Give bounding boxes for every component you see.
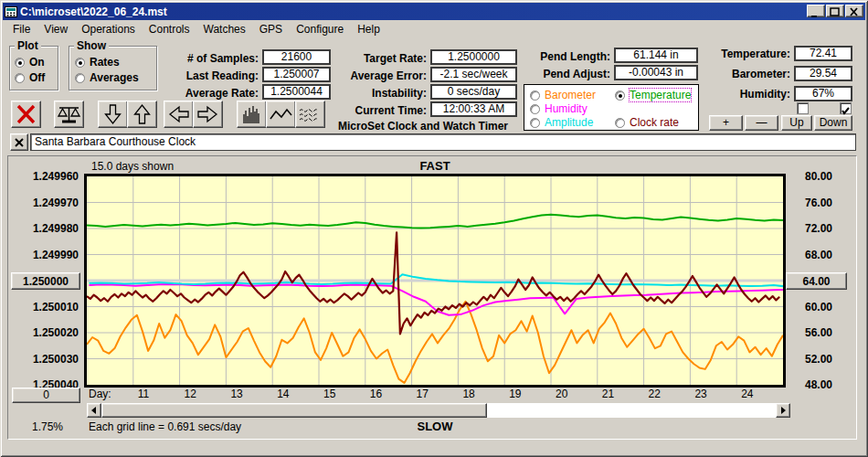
radio-label: Temperature xyxy=(630,89,691,101)
plot-canvas xyxy=(87,176,783,385)
day-tick: 19 xyxy=(509,388,521,400)
day-tick: 22 xyxy=(649,388,661,400)
target-rate-label: Target Rate: xyxy=(347,52,427,65)
wavy-lines-button[interactable] xyxy=(295,101,325,128)
checkbox-left[interactable] xyxy=(797,102,809,114)
right-axis-label: 60.00 xyxy=(791,301,846,314)
day-tick: 18 xyxy=(462,388,474,400)
menu-gps[interactable]: GPS xyxy=(253,21,290,37)
menu-file[interactable]: File xyxy=(6,21,37,37)
maximize-icon xyxy=(831,8,839,16)
shift-right-button[interactable] xyxy=(193,101,223,128)
left-axis-label: 1.250010 xyxy=(5,301,79,314)
radio-label: Clock rate xyxy=(630,116,679,129)
menu-configure[interactable]: Configure xyxy=(290,21,351,37)
line-plot-button[interactable] xyxy=(266,101,296,128)
arrow-left-icon xyxy=(164,101,193,127)
day-tick: 15 xyxy=(323,388,335,400)
radio-humidity[interactable]: Humidity xyxy=(530,102,587,115)
radio-plot-off[interactable]: Off xyxy=(15,71,45,84)
radio-label: Averages xyxy=(90,71,139,84)
radio-amplitude[interactable]: Amplitude xyxy=(530,116,593,129)
day-tick: 21 xyxy=(602,388,614,400)
left-axis-label: 1.249990 xyxy=(5,249,79,261)
minimize-button[interactable] xyxy=(807,5,825,17)
radio-label: Rates xyxy=(90,56,120,69)
radio-barometer[interactable]: Barometer xyxy=(530,89,596,101)
checkbox-right[interactable] xyxy=(840,102,852,114)
series-selector-box: BarometerHumidityAmplitudeTemperatureClo… xyxy=(524,84,699,131)
scroll-left-button[interactable] xyxy=(87,403,101,418)
radio-icon xyxy=(15,58,25,68)
scroll-right-button[interactable] xyxy=(776,403,790,418)
plot-area[interactable] xyxy=(84,174,786,388)
instability-label: Instability: xyxy=(347,87,427,100)
app-window: C:\microset\2022_06_24.mst FileViewOpera… xyxy=(0,0,868,457)
day-tick: 14 xyxy=(277,388,289,400)
radio-plot-on[interactable]: On xyxy=(15,56,45,69)
menu-watches[interactable]: Watches xyxy=(197,21,253,37)
maximize-button[interactable] xyxy=(826,5,844,17)
pend-adjust-label: Pend Adjust: xyxy=(525,68,610,80)
close-icon xyxy=(851,8,857,16)
session-name-input[interactable]: Santa Barbara Courthouse Clock xyxy=(30,133,856,151)
menu-controls[interactable]: Controls xyxy=(143,21,197,37)
arrow-up-icon xyxy=(128,101,156,127)
radio-show-averages[interactable]: Averages xyxy=(75,71,139,84)
radio-show-rates[interactable]: Rates xyxy=(75,56,120,69)
right-axis-highlight-button[interactable]: 64.00 xyxy=(786,272,847,290)
plot-group-label: Plot xyxy=(15,39,41,52)
minus-button[interactable]: — xyxy=(745,115,778,131)
radio-clock-rate[interactable]: Clock rate xyxy=(615,116,679,129)
scrollbar-thumb[interactable] xyxy=(101,403,487,418)
samples-label: # of Samples: xyxy=(137,52,259,65)
humidity-field: 67% xyxy=(794,86,852,101)
last-reading-field: 1.250007 xyxy=(262,67,331,82)
radio-icon xyxy=(75,58,85,68)
left-axis-label: 1.249980 xyxy=(5,222,79,235)
instability-field: 0 secs/day xyxy=(430,84,517,100)
radio-icon xyxy=(15,73,25,83)
app-icon xyxy=(5,5,17,18)
line-plot-icon xyxy=(267,101,295,127)
zero-button[interactable]: 0 xyxy=(12,388,80,403)
right-axis-label: 76.00 xyxy=(791,197,846,209)
delete-button[interactable] xyxy=(11,101,41,128)
down-button[interactable]: Down xyxy=(814,115,852,131)
menu-operations[interactable]: Operations xyxy=(75,21,143,37)
histogram-button[interactable] xyxy=(237,101,267,128)
pend-adjust-field: -0.00043 in xyxy=(614,65,698,80)
current-time-field: 12:00:33 AM xyxy=(430,101,517,117)
radio-temperature[interactable]: Temperature xyxy=(615,89,691,101)
shift-up-button[interactable] xyxy=(127,101,157,128)
average-rate-field: 1.2500044 xyxy=(262,84,331,100)
right-axis-label: 52.00 xyxy=(791,353,846,366)
day-tick: 23 xyxy=(694,388,706,400)
close-button[interactable] xyxy=(845,5,863,17)
chart-scrollbar[interactable] xyxy=(87,403,790,418)
left-axis-label: 1.249970 xyxy=(5,197,79,209)
series-temperature-line xyxy=(87,215,783,228)
radio-icon xyxy=(615,118,625,128)
zoom-percent-label: 1.75% xyxy=(32,420,63,433)
app-title: MicroSet Clock and Watch Timer xyxy=(338,120,508,133)
menu-view[interactable]: View xyxy=(37,21,75,37)
up-button[interactable]: Up xyxy=(781,115,812,131)
scroll-left-icon xyxy=(90,406,99,415)
balance-button[interactable] xyxy=(54,101,84,128)
clear-session-button[interactable] xyxy=(10,133,28,151)
humidity-label: Humidity: xyxy=(704,88,790,101)
right-axis-label: 80.00 xyxy=(791,170,846,183)
radio-icon xyxy=(530,90,540,101)
shift-down-button[interactable] xyxy=(98,101,128,128)
right-axis-label: 72.00 xyxy=(791,222,846,235)
balance-scale-icon xyxy=(55,101,83,127)
shift-left-button[interactable] xyxy=(164,101,194,128)
barometer-field: 29.54 xyxy=(794,66,852,81)
barometer-label: Barometer: xyxy=(704,68,790,80)
left-axis-highlight-button[interactable]: 1.250000 xyxy=(11,272,80,290)
plus-button[interactable]: + xyxy=(709,115,743,131)
last-reading-label: Last Reading: xyxy=(137,69,259,82)
menu-help[interactable]: Help xyxy=(351,21,387,37)
radio-icon xyxy=(530,104,540,114)
